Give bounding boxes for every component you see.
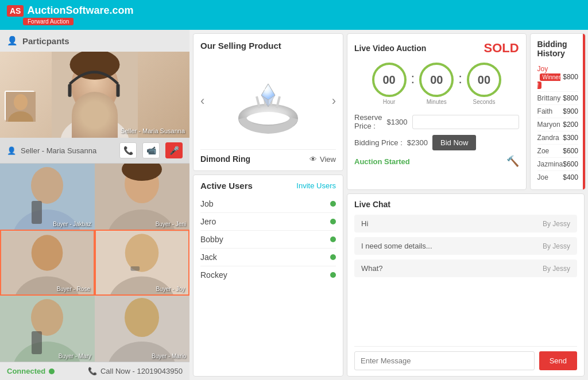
phone-icon: 📞 bbox=[88, 367, 97, 375]
svg-rect-5 bbox=[117, 84, 120, 97]
bh-amount: $400 bbox=[563, 173, 578, 181]
bh-row: Maryon $200 bbox=[537, 118, 578, 131]
live-chat-title: Live Chat bbox=[354, 200, 577, 209]
bh-name: Brittany bbox=[537, 94, 561, 102]
product-section-title: Our Selling Product bbox=[200, 41, 336, 51]
reserve-price-input[interactable] bbox=[412, 115, 519, 129]
status-bar: Connected 📞 Call Now - 12019043950 bbox=[0, 362, 189, 380]
participants-icon: 👤 bbox=[7, 36, 18, 46]
bh-name: Zandra bbox=[537, 134, 559, 142]
invite-users-link[interactable]: Invite Users bbox=[296, 181, 336, 190]
bh-amount: $600 bbox=[563, 160, 578, 168]
small-seller-thumbnail bbox=[5, 91, 34, 121]
online-dot bbox=[49, 369, 55, 374]
send-button[interactable]: Send bbox=[539, 351, 577, 370]
accent-bar bbox=[583, 34, 585, 189]
chat-msg-by: By Jessy bbox=[543, 220, 570, 228]
next-arrow[interactable]: › bbox=[332, 94, 336, 108]
user-online-dot bbox=[330, 236, 336, 242]
bh-row: Zoe $600 bbox=[537, 145, 578, 158]
chat-input-row: Send bbox=[354, 346, 577, 370]
user-name: Job bbox=[200, 199, 214, 208]
user-online-dot bbox=[330, 219, 336, 224]
view-button[interactable]: 👁 View bbox=[310, 155, 336, 164]
right-top: Live Video Auction SOLD 00 Hour : 00 Min… bbox=[347, 33, 585, 190]
timer-seconds: 00 bbox=[467, 63, 501, 97]
timer-row: 00 Hour : 00 Minutes : 00 Seconds bbox=[354, 63, 519, 105]
product-image-area: ‹ bbox=[200, 55, 336, 147]
auction-started-label: Auction Started bbox=[354, 157, 410, 166]
buyer-cell: Buyer - Mary bbox=[0, 296, 95, 362]
user-row: Rockey bbox=[200, 266, 336, 284]
bid-now-button[interactable]: Bid Now bbox=[432, 135, 476, 150]
bh-amount: $800 bbox=[563, 94, 578, 102]
bidding-history-title: Bidding History bbox=[537, 40, 578, 58]
call-number: Call Now - 12019043950 bbox=[100, 367, 183, 375]
phone-button[interactable]: 📞 bbox=[119, 142, 137, 158]
chat-msg-by: By Jessy bbox=[543, 265, 570, 273]
svg-point-29 bbox=[125, 298, 159, 337]
active-users-title: Active Users bbox=[200, 181, 253, 191]
bh-amount: $600 bbox=[563, 147, 578, 155]
timer-group-minutes: 00 Minutes bbox=[419, 63, 454, 105]
user-online-dot bbox=[330, 272, 336, 278]
user-name: Jero bbox=[200, 217, 216, 226]
logo-subtitle: Forward Auction bbox=[23, 18, 74, 25]
user-online-dot bbox=[330, 201, 336, 207]
chat-msg-text: Hi bbox=[361, 219, 368, 228]
svg-rect-4 bbox=[68, 84, 72, 97]
bh-amount: $200 bbox=[563, 121, 578, 129]
user-row: Jack bbox=[200, 249, 336, 266]
bh-amount: $800 bbox=[563, 73, 578, 81]
buyer-label-3: Buyer - Rose bbox=[57, 286, 90, 292]
right-column: Live Video Auction SOLD 00 Hour : 00 Min… bbox=[347, 30, 588, 380]
timer-group-hour: 00 Hour bbox=[372, 63, 407, 105]
reserve-price-value: $1300 bbox=[386, 118, 407, 126]
video-button[interactable]: 📹 bbox=[142, 142, 160, 158]
buyers-grid: Buyer - Jakbaz Buyer - Jeni Buyer - Rose bbox=[0, 164, 189, 362]
prev-arrow[interactable]: ‹ bbox=[200, 94, 204, 108]
va-title: Live Video Auction bbox=[354, 44, 426, 53]
svg-point-21 bbox=[125, 234, 159, 272]
buyer-cell: Buyer - Mario bbox=[95, 296, 189, 362]
product-image bbox=[228, 61, 308, 141]
chat-input[interactable] bbox=[354, 351, 535, 370]
buyer-cell: Buyer - Jakbaz bbox=[0, 164, 95, 230]
bidding-price-label: Bidding Price : bbox=[354, 138, 403, 147]
bh-row: Jazmina $600 bbox=[537, 158, 578, 171]
bidding-price-row: Bidding Price : $2300 Bid Now bbox=[354, 135, 519, 150]
seller-icon: 👤 bbox=[7, 146, 16, 155]
content-area: 👤 Particpants bbox=[0, 30, 588, 380]
reserve-price-row: Reserve Price : $1300 bbox=[354, 113, 519, 130]
bh-name: Zoe bbox=[537, 147, 550, 155]
buyer-label-5: Buyer - Mary bbox=[59, 353, 91, 359]
eye-icon: 👁 bbox=[310, 155, 317, 164]
participants-title: Particpants bbox=[22, 36, 69, 46]
reserve-price-label: Reserve Price : bbox=[354, 113, 382, 130]
bh-name: Maryon bbox=[537, 121, 560, 129]
svg-rect-12 bbox=[32, 201, 42, 224]
logo: AS AuctionSoftware.com Forward Auction bbox=[7, 5, 133, 25]
connected-label: Connected bbox=[7, 367, 45, 375]
timer-group-seconds: 00 Seconds bbox=[467, 63, 501, 105]
active-users-section: Active Users Invite Users Job Jero Bobby… bbox=[193, 175, 343, 377]
live-chat-section: Live Chat Hi By Jessy I need some detail… bbox=[347, 193, 585, 377]
buyer-cell: Buyer - Jeni bbox=[95, 164, 189, 230]
seller-video-label: Seller - Maria Susanna bbox=[121, 127, 185, 134]
winner-badge: Winner ! bbox=[537, 73, 561, 89]
seller-controls: 👤 Seller - Maria Susanna 📞 📹 🎤 bbox=[0, 138, 189, 164]
user-row: Bobby bbox=[200, 231, 336, 249]
svg-point-10 bbox=[31, 167, 63, 204]
logo-name: AuctionSoftware.com bbox=[27, 5, 133, 17]
mic-button[interactable]: 🎤 bbox=[165, 142, 183, 158]
svg-point-18 bbox=[32, 235, 63, 270]
center-column: Our Selling Product ‹ bbox=[189, 30, 347, 380]
bh-name: Joy Winner ! bbox=[537, 65, 563, 89]
bh-name: Joe bbox=[537, 173, 548, 181]
auction-started-row: Auction Started 🔨 bbox=[354, 155, 519, 168]
user-name: Jack bbox=[200, 253, 217, 262]
buyer-label-4: Buyer - Joy bbox=[156, 286, 185, 292]
va-header: Live Video Auction SOLD bbox=[354, 41, 519, 56]
users-list: Job Jero Bobby Jack Rockey bbox=[200, 195, 336, 284]
bh-amount: $300 bbox=[563, 134, 578, 142]
